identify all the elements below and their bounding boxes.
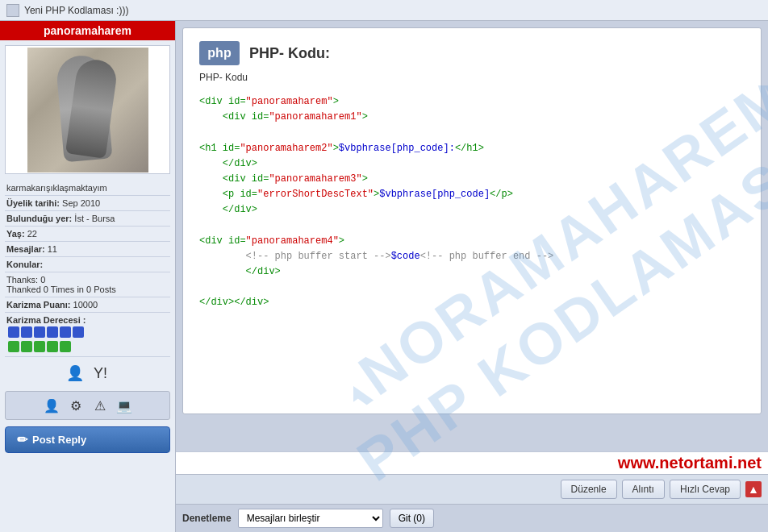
document-icon (6, 4, 19, 17)
code-line-9: <!-- php buffer start -->$code<!-- php b… (199, 249, 745, 264)
user-info-location: Bulunduğu yer: İst - Bursa (5, 211, 170, 227)
warning-icon[interactable]: ⚠ (90, 396, 110, 415)
karma-dot-3 (34, 326, 45, 338)
code-line-6: <p id="errorShortDescText">$vbphrase[php… (199, 187, 745, 202)
post-container: php PHP- Kodu: PHP- Kodu <div id="panora… (176, 21, 768, 451)
denetleme-label: Denetleme (182, 513, 232, 524)
duzenle-button[interactable]: Düzenle (561, 480, 617, 499)
user-info-join: Üyelik tarihi: Sep 2010 (5, 196, 170, 211)
user-social-icons: 👤 Y! (0, 359, 175, 388)
karma-dot-g2 (21, 341, 32, 352)
scroll-up-button[interactable]: ▲ (745, 481, 762, 497)
code-line-1: <div id="panoramaharem"> (199, 94, 745, 110)
settings-icon[interactable]: ⚙ (66, 396, 86, 415)
sidebar: panoramaharem karmakarışıklaşmaktayım Üy… (0, 21, 176, 532)
karma-bar (6, 325, 169, 339)
code-line-8: <div id="panoramaharem4"> (199, 234, 745, 249)
post-box: php PHP- Kodu: PHP- Kodu <div id="panora… (182, 27, 762, 414)
karma-dot-5 (60, 326, 71, 338)
code-line-5: <div id="panoramaharem3"> (199, 172, 745, 187)
karma-dot-6 (73, 326, 84, 338)
content-area: php PHP- Kodu: PHP- Kodu <div id="panora… (176, 21, 768, 532)
user-info-karma-points: Karizma Puanı: 10000 (5, 297, 170, 313)
code-block: <div id="panoramaharem"> <div id="panora… (199, 94, 745, 311)
post-reply-button[interactable]: ✏ Post Reply (5, 426, 170, 453)
bottom-bar: Denetleme Mesajları birleştir Git (0) (176, 504, 768, 532)
code-line-2: <div id="panoramaharem1"> (199, 110, 745, 125)
top-bar: Yeni PHP Kodlaması :))) (0, 0, 768, 21)
post-reply-label: Post Reply (32, 434, 86, 446)
code-line-11: </div></div> (199, 295, 745, 310)
code-line-4: </div> (199, 156, 745, 172)
post-actions: Düzenle Alıntı Hızlı Cevap ▲ (176, 474, 768, 504)
user-info: karmakarışıklaşmaktayım Üyelik tarihi: S… (0, 179, 175, 359)
alinti-button[interactable]: Alıntı (622, 480, 665, 499)
denetleme-select[interactable]: Mesajları birleştir (238, 509, 383, 528)
php-header: php PHP- Kodu: (199, 41, 745, 65)
karma-dot-4 (47, 326, 58, 338)
profile-icon[interactable]: 👤 (64, 362, 86, 384)
hizli-cevap-button[interactable]: Hızlı Cevap (670, 480, 741, 499)
code-line-10: </div> (199, 264, 745, 280)
code-line-3: <h1 id="panoramaharem2">$vbphrase[php_co… (199, 141, 745, 156)
ip-icon[interactable]: 💻 (115, 396, 134, 415)
karma-dot-g4 (47, 341, 58, 352)
action-bar: 👤 ⚙ ⚠ 💻 (5, 391, 170, 420)
user-action-icon[interactable]: 👤 (42, 396, 61, 415)
karma-bar-2 (6, 339, 169, 354)
main-layout: panoramaharem karmakarışıklaşmaktayım Üy… (0, 21, 768, 532)
karma-dot-g5 (60, 341, 71, 352)
site-url: www.netortami.net (176, 451, 768, 474)
code-line-7: </div> (199, 202, 745, 218)
top-bar-title: Yeni PHP Kodlaması :))) (24, 5, 128, 16)
php-title: PHP- Kodu: (249, 45, 330, 62)
avatar-container (5, 45, 170, 174)
php-badge: php (199, 41, 240, 65)
user-info-nickname: karmakarışıklaşmaktayım (5, 181, 170, 196)
karma-dot-1 (8, 326, 19, 338)
pencil-icon: ✏ (17, 432, 27, 447)
user-info-topics: Konular: (5, 257, 170, 272)
avatar (27, 48, 148, 172)
karma-dot-g1 (8, 341, 19, 352)
git-button[interactable]: Git (0) (390, 509, 434, 528)
user-info-age: Yaş: 22 (5, 227, 170, 242)
karma-dot-g3 (34, 341, 45, 352)
yahoo-icon[interactable]: Y! (90, 362, 112, 384)
user-info-karma-level: Karizma Derecesi : (5, 313, 170, 357)
karma-dot-2 (21, 326, 32, 338)
content-wrapper: PANORAMAHAREMPHP KODLAMASI php PHP- Kodu… (176, 21, 768, 532)
username-bar: panoramaharem (0, 21, 175, 40)
user-info-thanks: Thanks: 0 Thanked 0 Times in 0 Posts (5, 272, 170, 297)
user-info-posts: Mesajlar: 11 (5, 242, 170, 257)
php-subtitle: PHP- Kodu (199, 72, 745, 83)
